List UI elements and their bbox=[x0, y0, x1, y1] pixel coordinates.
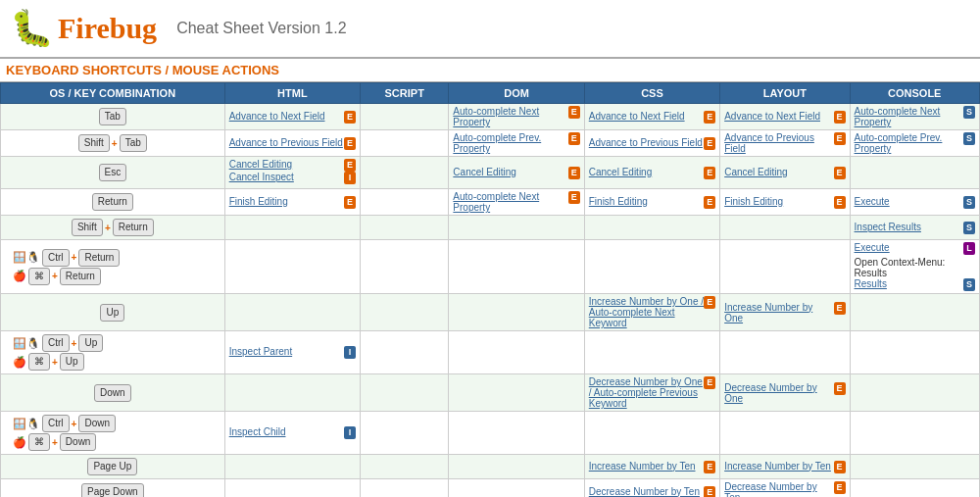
css-cell-esc: Cancel Editing E bbox=[584, 157, 719, 189]
script-cell-ctrl-down bbox=[361, 412, 449, 455]
col-header-dom: DOM bbox=[449, 83, 584, 104]
dom-cell-ctrl-up bbox=[449, 331, 584, 374]
dom-cell-pageup bbox=[449, 455, 584, 479]
css-cell-tab: Advance to Next Field E bbox=[584, 104, 719, 130]
key-up3: Up bbox=[60, 353, 84, 371]
header: 🐛 Firebug Cheat Sheet Version 1.2 bbox=[0, 0, 980, 59]
script-cell-shift-tab bbox=[361, 130, 449, 157]
layout-cell-shift-return bbox=[720, 216, 850, 240]
html-cell-shift-return bbox=[224, 216, 360, 240]
console-cell-ctrl-return: Execute L Open Context-Menu: Results Res… bbox=[850, 240, 979, 294]
os-cell-ctrl-up: 🪟🐧 Ctrl + Up 🍎 ⌘ + Up bbox=[1, 331, 225, 374]
col-header-layout: LAYOUT bbox=[720, 83, 850, 104]
key-down2: Down bbox=[78, 415, 116, 432]
dom-cell-down bbox=[449, 374, 584, 412]
css-cell-ctrl-return bbox=[584, 240, 719, 294]
script-cell-tab bbox=[361, 104, 449, 130]
html-cell-ctrl-up: Inspect Parent I bbox=[224, 331, 360, 374]
os-cell-down: Down bbox=[1, 374, 225, 412]
console-cell-ctrl-down bbox=[850, 412, 979, 455]
key-shift2: Shift bbox=[72, 219, 103, 236]
table-row: 🪟🐧 Ctrl + Return 🍎 ⌘ + Return Ex bbox=[1, 240, 980, 294]
col-header-console: CONSOLE bbox=[850, 83, 979, 104]
table-row: Down Decrease Number by One / Auto-compl… bbox=[1, 374, 980, 412]
table-row: 🪟🐧 Ctrl + Down 🍎 ⌘ + Down Inspect Child … bbox=[1, 412, 980, 455]
html-cell-up bbox=[224, 294, 360, 331]
bug-icon: 🐛 bbox=[10, 8, 54, 49]
table-row: Esc Cancel Editing E Cancel Inspect I bbox=[1, 157, 980, 189]
os-cell-esc: Esc bbox=[1, 157, 225, 189]
col-header-css: CSS bbox=[584, 83, 719, 104]
table-row: 🪟🐧 Ctrl + Up 🍎 ⌘ + Up Inspect Parent I bbox=[1, 331, 980, 374]
table-row: Return Finish Editing E Auto-complete Ne… bbox=[1, 189, 980, 216]
html-cell-down bbox=[224, 374, 360, 412]
css-cell-shift-tab: Advance to Previous Field E bbox=[584, 130, 719, 157]
col-header-html: HTML bbox=[224, 83, 360, 104]
dom-cell-ctrl-down bbox=[449, 412, 584, 455]
os-cell-tab: Tab bbox=[1, 104, 225, 130]
layout-cell-return: Finish Editing E bbox=[720, 189, 850, 216]
os-cell-up: Up bbox=[1, 294, 225, 331]
console-cell-up bbox=[850, 294, 979, 331]
key-up: Up bbox=[100, 304, 124, 322]
os-cell-shift-return: Shift + Return bbox=[1, 216, 225, 240]
console-cell-tab: Auto-complete Next Property S bbox=[850, 104, 979, 130]
script-cell-shift-return bbox=[361, 216, 449, 240]
css-cell-pagedown: Decrease Number by Ten E bbox=[584, 479, 719, 498]
cheat-sheet-title: Cheat Sheet Version 1.2 bbox=[176, 20, 346, 37]
console-cell-return: Execute S bbox=[850, 189, 979, 216]
script-cell-pageup bbox=[361, 455, 449, 479]
key-return2: Return bbox=[113, 219, 154, 236]
css-cell-up: Increase Number by One / Auto-complete N… bbox=[584, 294, 719, 331]
script-cell-return bbox=[361, 189, 449, 216]
col-header-script: SCRIPT bbox=[361, 83, 449, 104]
html-cell-ctrl-return bbox=[224, 240, 360, 294]
layout-cell-tab: Advance to Next Field E bbox=[720, 104, 850, 130]
html-cell-esc: Cancel Editing E Cancel Inspect I bbox=[224, 157, 360, 189]
key-ctrl3: Ctrl bbox=[42, 415, 70, 432]
script-cell-pagedown bbox=[361, 479, 449, 498]
os-cell-shift-tab: Shift + Tab bbox=[1, 130, 225, 157]
css-cell-ctrl-down bbox=[584, 412, 719, 455]
layout-cell-ctrl-down bbox=[720, 412, 850, 455]
html-cell-pageup bbox=[224, 455, 360, 479]
script-cell-esc bbox=[361, 157, 449, 189]
key-shift: Shift bbox=[78, 134, 110, 152]
css-cell-ctrl-up bbox=[584, 331, 719, 374]
key-tab2: Tab bbox=[120, 134, 147, 152]
key-ctrl: Ctrl bbox=[42, 249, 70, 267]
console-cell-pagedown bbox=[850, 479, 979, 498]
table-row: Up Increase Number by One / Auto-complet… bbox=[1, 294, 980, 331]
dom-cell-esc: Cancel Editing E bbox=[449, 157, 584, 189]
os-cell-ctrl-return: 🪟🐧 Ctrl + Return 🍎 ⌘ + Return bbox=[1, 240, 225, 294]
console-cell-pageup bbox=[850, 455, 979, 479]
col-header-os: OS / KEY COMBINATION bbox=[1, 83, 225, 104]
layout-cell-down: Decrease Number by One E bbox=[720, 374, 850, 412]
key-return4: Return bbox=[60, 268, 101, 285]
html-cell-return: Finish Editing E bbox=[224, 189, 360, 216]
script-cell-ctrl-up bbox=[361, 331, 449, 374]
key-cmd3: ⌘ bbox=[28, 433, 50, 451]
console-cell-ctrl-up bbox=[850, 331, 979, 374]
key-cmd: ⌘ bbox=[28, 268, 50, 285]
table-row: Tab Advance to Next Field E Auto-complet… bbox=[1, 104, 980, 130]
logo-text: Firebug bbox=[58, 12, 157, 45]
layout-cell-up: Increase Number by One E bbox=[720, 294, 850, 331]
key-return3: Return bbox=[78, 249, 120, 267]
logo-area: 🐛 Firebug bbox=[10, 8, 157, 49]
key-pagedown: Page Down bbox=[81, 483, 144, 497]
dom-cell-ctrl-return bbox=[449, 240, 584, 294]
layout-cell-pagedown: Decrease Number by Ten E bbox=[720, 479, 850, 498]
dom-cell-shift-tab: Auto-complete Prev. Property E bbox=[449, 130, 584, 157]
key-pageup: Page Up bbox=[87, 458, 137, 475]
section-title: KEYBOARD SHORTCUTS / MOUSE ACTIONS bbox=[0, 59, 980, 82]
dom-cell-return: Auto-complete Next Property E bbox=[449, 189, 584, 216]
html-cell-ctrl-down: Inspect Child I bbox=[224, 412, 360, 455]
console-cell-shift-tab: Auto-complete Prev. Property S bbox=[850, 130, 979, 157]
html-cell-tab: Advance to Next Field E bbox=[224, 104, 360, 130]
key-cmd2: ⌘ bbox=[28, 353, 50, 371]
table-row: Shift + Return Inspect Results S bbox=[1, 216, 980, 240]
key-down: Down bbox=[94, 384, 131, 402]
os-cell-return: Return bbox=[1, 189, 225, 216]
script-cell-up bbox=[361, 294, 449, 331]
